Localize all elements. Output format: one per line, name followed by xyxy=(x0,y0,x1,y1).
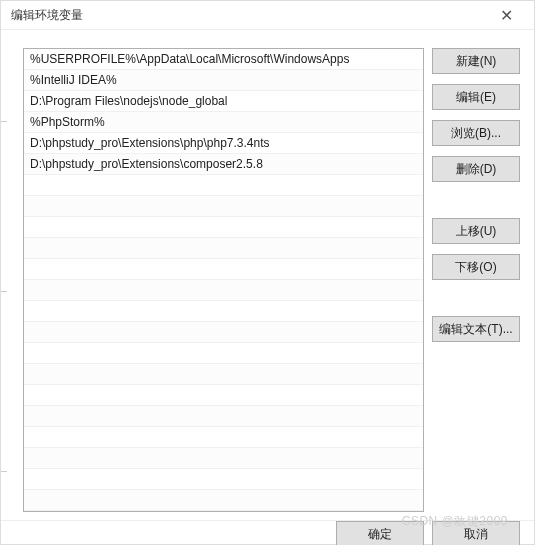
list-item[interactable] xyxy=(24,217,423,238)
delete-button[interactable]: 删除(D) xyxy=(432,156,520,182)
list-item[interactable]: D:\Program Files\nodejs\node_global xyxy=(24,91,423,112)
ok-button[interactable]: 确定 xyxy=(336,521,424,545)
dialog-window: 编辑环境变量 ✕ %USERPROFILE%\AppData\Local\Mic… xyxy=(0,0,535,545)
list-item[interactable] xyxy=(24,490,423,511)
list-item[interactable] xyxy=(24,427,423,448)
path-listbox[interactable]: %USERPROFILE%\AppData\Local\Microsoft\Wi… xyxy=(23,48,424,512)
close-button[interactable]: ✕ xyxy=(486,1,526,29)
list-item[interactable]: %PhpStorm% xyxy=(24,112,423,133)
browse-button[interactable]: 浏览(B)... xyxy=(432,120,520,146)
list-item[interactable]: D:\phpstudy_pro\Extensions\composer2.5.8 xyxy=(24,154,423,175)
button-gap xyxy=(432,192,524,218)
movedown-button[interactable]: 下移(O) xyxy=(432,254,520,280)
bottom-bar: 确定 取消 xyxy=(1,520,534,545)
list-item[interactable] xyxy=(24,322,423,343)
list-item[interactable]: %IntelliJ IDEA% xyxy=(24,70,423,91)
list-item[interactable] xyxy=(24,448,423,469)
edittext-button[interactable]: 编辑文本(T)... xyxy=(432,316,520,342)
list-item[interactable] xyxy=(24,385,423,406)
moveup-button[interactable]: 上移(U) xyxy=(432,218,520,244)
list-item[interactable] xyxy=(24,259,423,280)
edit-button[interactable]: 编辑(E) xyxy=(432,84,520,110)
list-item[interactable]: %USERPROFILE%\AppData\Local\Microsoft\Wi… xyxy=(24,49,423,70)
side-buttons: 新建(N) 编辑(E) 浏览(B)... 删除(D) 上移(U) 下移(O) 编… xyxy=(432,48,524,512)
content-area: %USERPROFILE%\AppData\Local\Microsoft\Wi… xyxy=(1,30,534,512)
list-item[interactable] xyxy=(24,301,423,322)
list-item[interactable] xyxy=(24,343,423,364)
new-button[interactable]: 新建(N) xyxy=(432,48,520,74)
titlebar: 编辑环境变量 ✕ xyxy=(1,1,534,30)
list-item[interactable] xyxy=(24,175,423,196)
cancel-button[interactable]: 取消 xyxy=(432,521,520,545)
list-item[interactable] xyxy=(24,469,423,490)
dialog-title: 编辑环境变量 xyxy=(11,7,83,24)
list-item[interactable] xyxy=(24,364,423,385)
button-gap xyxy=(432,290,524,316)
list-item[interactable]: D:\phpstudy_pro\Extensions\php\php7.3.4n… xyxy=(24,133,423,154)
close-icon: ✕ xyxy=(500,6,513,25)
list-item[interactable] xyxy=(24,238,423,259)
list-item[interactable] xyxy=(24,196,423,217)
list-item[interactable] xyxy=(24,406,423,427)
list-item[interactable] xyxy=(24,280,423,301)
